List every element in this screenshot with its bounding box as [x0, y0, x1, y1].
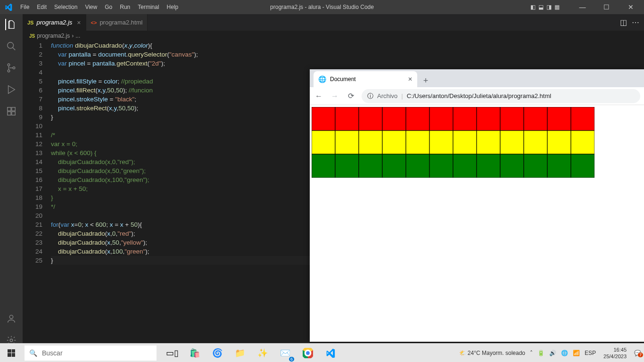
- address-url: C:/Users/anton/Desktop/Julieta/alura/pro…: [407, 92, 551, 99]
- menu-edit[interactable]: Edit: [33, 4, 50, 10]
- clock[interactable]: 16:45 25/4/2023: [601, 346, 629, 360]
- back-icon[interactable]: ←: [314, 92, 324, 100]
- menu-terminal[interactable]: Terminal: [134, 4, 163, 10]
- browser-toolbar: ← → ⟳ ⓘ Archivo | C:/Users/anton/Desktop…: [310, 87, 644, 105]
- notifications-icon[interactable]: 💬7: [634, 350, 641, 356]
- address-bar[interactable]: ⓘ Archivo | C:/Users/anton/Desktop/Julie…: [362, 89, 640, 103]
- close-tab-icon[interactable]: ×: [77, 19, 81, 26]
- tab-programa2-js[interactable]: JS programa2.js ×: [23, 14, 86, 31]
- svg-rect-4: [8, 107, 11, 111]
- address-source-label: Archivo: [377, 92, 397, 99]
- browser-tabstrip: 🌐 Document ✕ +: [310, 69, 644, 87]
- svg-point-1: [8, 64, 10, 66]
- chevron-right-icon: ›: [72, 33, 74, 39]
- maximize-button[interactable]: ☐: [596, 3, 617, 11]
- globe-icon: 🌐: [318, 75, 326, 83]
- browser-viewport: [310, 105, 644, 342]
- new-tab-button[interactable]: +: [419, 74, 432, 87]
- menu-help[interactable]: Help: [163, 4, 182, 10]
- source-control-icon[interactable]: [6, 62, 17, 74]
- windows-logo-icon: [8, 349, 15, 357]
- close-window-button[interactable]: ✕: [620, 3, 641, 11]
- battery-icon[interactable]: 🔋: [537, 350, 545, 356]
- menu-selection[interactable]: Selection: [50, 4, 81, 10]
- forward-icon[interactable]: →: [330, 92, 340, 100]
- line-gutter: 1234567891011121314151617181920212223242…: [23, 41, 51, 265]
- toggle-primary-sidebar-icon[interactable]: ◧: [530, 4, 536, 10]
- titlebar: File Edit Selection View Go Run Terminal…: [0, 0, 644, 14]
- js-file-icon: JS: [29, 33, 35, 39]
- svg-point-3: [13, 67, 15, 69]
- svg-rect-7: [12, 112, 15, 115]
- search-icon[interactable]: [6, 41, 17, 52]
- vscode-taskbar-icon[interactable]: [320, 344, 341, 362]
- run-debug-icon[interactable]: [6, 84, 17, 95]
- layout-controls: ◧ ⬓ ◨ ▦: [530, 4, 560, 10]
- breadcrumb-file: programa2.js: [37, 33, 70, 39]
- mail-icon[interactable]: ✉️6: [274, 344, 296, 362]
- reload-icon[interactable]: ⟳: [346, 91, 356, 100]
- windows-taskbar: 🔍 Buscar ▭▯ 🛍️ 🌀 📁 ✨ ✉️6 🌤️ 24°C Mayorm.…: [0, 343, 644, 362]
- weather-widget[interactable]: 🌤️ 24°C Mayorm. soleado: [459, 350, 526, 356]
- breadcrumb[interactable]: JS programa2.js › ...: [23, 31, 644, 41]
- explorer-icon[interactable]: [5, 19, 17, 30]
- browser-tab-title: Document: [330, 76, 356, 82]
- language-indicator[interactable]: ESP: [585, 350, 596, 356]
- taskbar-search[interactable]: 🔍 Buscar: [25, 346, 157, 361]
- menu-go[interactable]: Go: [101, 4, 116, 10]
- volume-icon[interactable]: 🔊: [549, 350, 556, 356]
- microsoft-store-icon[interactable]: 🛍️: [184, 344, 206, 362]
- svg-rect-5: [12, 107, 15, 111]
- page-canvas: [312, 107, 594, 178]
- close-tab-icon[interactable]: ✕: [408, 76, 413, 82]
- info-icon: ⓘ: [367, 92, 373, 100]
- search-placeholder: Buscar: [42, 349, 63, 357]
- task-view-icon[interactable]: ▭▯: [161, 344, 183, 362]
- toggle-secondary-sidebar-icon[interactable]: ◨: [546, 4, 552, 10]
- menu-bar: File Edit Selection View Go Run Terminal…: [17, 4, 182, 10]
- network-icon[interactable]: 🌐: [561, 350, 568, 356]
- tab-label: programa2.html: [99, 19, 142, 26]
- window-title: programa2.js - alura - Visual Studio Cod…: [270, 4, 374, 10]
- svg-point-9: [10, 339, 13, 342]
- file-explorer-icon[interactable]: 📁: [229, 344, 251, 362]
- activity-bar: [0, 14, 23, 352]
- accounts-icon[interactable]: [6, 313, 17, 324]
- svg-point-2: [8, 70, 10, 72]
- taskbar-apps: ▭▯ 🛍️ 🌀 📁 ✨ ✉️6: [161, 344, 341, 362]
- customize-layout-icon[interactable]: ▦: [554, 4, 560, 10]
- tab-label: programa2.js: [36, 19, 72, 26]
- js-file-icon: JS: [27, 20, 33, 25]
- tab-programa2-html[interactable]: <> programa2.html: [86, 14, 148, 31]
- extensions-icon[interactable]: [6, 106, 17, 117]
- svg-point-8: [9, 315, 13, 319]
- browser-tab[interactable]: 🌐 Document ✕: [314, 71, 417, 87]
- menu-view[interactable]: View: [81, 4, 101, 10]
- editor-tabs: JS programa2.js × <> programa2.html ◫ ⋯: [23, 14, 644, 31]
- minimize-button[interactable]: —: [572, 3, 593, 11]
- tray-chevron-icon[interactable]: ˄: [530, 350, 533, 356]
- more-actions-icon[interactable]: ⋯: [632, 18, 639, 27]
- vscode-logo-icon: [0, 3, 17, 11]
- edge-icon[interactable]: 🌀: [206, 344, 228, 362]
- chrome-icon[interactable]: [297, 344, 319, 362]
- wifi-icon[interactable]: 📶: [573, 350, 580, 356]
- menu-run[interactable]: Run: [116, 4, 134, 10]
- svg-rect-6: [8, 112, 11, 115]
- system-tray: 🌤️ 24°C Mayorm. soleado ˄ 🔋 🔊 🌐 📶 ESP 16…: [459, 346, 644, 360]
- browser-window: 🌐 Document ✕ + ← → ⟳ ⓘ Archivo | C:/User…: [310, 69, 644, 342]
- split-editor-icon[interactable]: ◫: [620, 18, 627, 27]
- start-button[interactable]: [0, 344, 23, 362]
- menu-file[interactable]: File: [17, 4, 33, 10]
- search-icon: 🔍: [29, 349, 37, 357]
- copilot-icon[interactable]: ✨: [252, 344, 273, 362]
- html-file-icon: <>: [91, 20, 97, 25]
- toggle-panel-icon[interactable]: ⬓: [538, 4, 544, 10]
- svg-point-0: [8, 42, 14, 49]
- breadcrumb-rest: ...: [75, 33, 80, 39]
